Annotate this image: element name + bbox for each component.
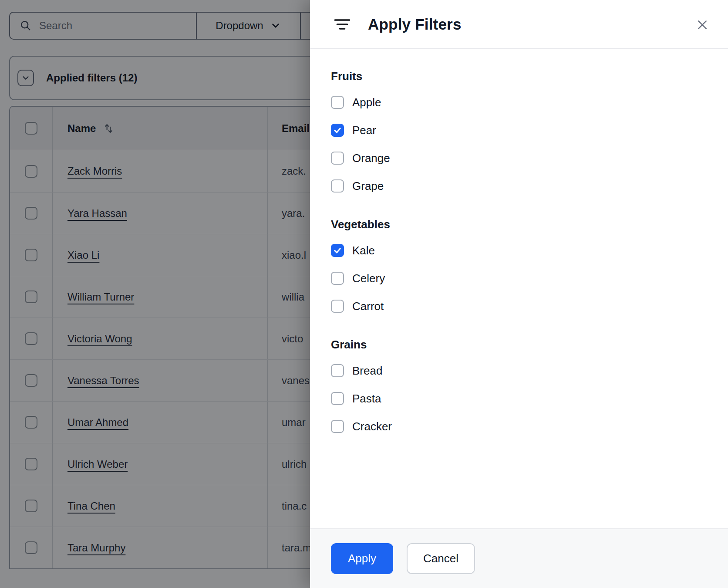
filter-option-row: Bread [331, 357, 707, 385]
filter-option-row: Pasta [331, 385, 707, 412]
filter-group-heading: Grains [331, 337, 707, 352]
checkbox-label[interactable]: Apple [352, 96, 381, 109]
filter-group-options: Bread Pasta Cracker [331, 357, 707, 440]
cancel-button[interactable]: Cancel [407, 543, 475, 574]
checkbox[interactable] [331, 420, 344, 433]
checkbox[interactable] [331, 124, 344, 137]
panel-header: Apply Filters [310, 0, 728, 49]
close-icon [695, 18, 709, 32]
checkbox[interactable] [331, 152, 344, 165]
filter-panel: Apply Filters Fruits Apple Pear [310, 0, 728, 588]
checkbox[interactable] [331, 364, 344, 377]
checkbox-label[interactable]: Celery [352, 272, 385, 285]
panel-footer: Apply Cancel [310, 528, 728, 588]
filter-group-heading: Fruits [331, 68, 707, 84]
checkbox[interactable] [331, 272, 344, 285]
checkbox-label[interactable]: Carrot [352, 300, 384, 313]
filter-groups: Fruits Apple Pear Orange [310, 49, 728, 528]
checkbox[interactable] [331, 392, 344, 405]
filter-group-options: Apple Pear Orange Grape [331, 88, 707, 200]
checkbox[interactable] [331, 300, 344, 313]
checkbox-label[interactable]: Orange [352, 152, 390, 165]
apply-button[interactable]: Apply [331, 543, 393, 574]
filter-group-options: Kale Celery Carrot [331, 237, 707, 320]
filter-option-row: Celery [331, 264, 707, 292]
checkbox-label[interactable]: Cracker [352, 420, 392, 433]
filter-icon [334, 19, 350, 30]
filter-option-row: Kale [331, 237, 707, 264]
filter-option-row: Grape [331, 172, 707, 200]
panel-title: Apply Filters [368, 16, 462, 33]
checkbox-label[interactable]: Pear [352, 124, 376, 137]
checkbox-label[interactable]: Kale [352, 244, 375, 257]
checkbox[interactable] [331, 244, 344, 257]
close-button[interactable] [695, 17, 710, 32]
checkbox-label[interactable]: Pasta [352, 392, 381, 406]
checkbox[interactable] [331, 96, 344, 109]
filter-option-row: Carrot [331, 292, 707, 320]
filter-option-row: Pear [331, 116, 707, 144]
checkbox[interactable] [331, 179, 344, 193]
filter-option-row: Cracker [331, 412, 707, 440]
filter-group: Fruits Apple Pear Orange [331, 68, 707, 200]
filter-option-row: Apple [331, 88, 707, 116]
filter-group: Vegetables Kale Celery Carrot [331, 216, 707, 320]
check-icon [333, 246, 342, 255]
filter-group: Grains Bread Pasta Cracker [331, 337, 707, 440]
checkbox-label[interactable]: Bread [352, 364, 382, 378]
filter-group-heading: Vegetables [331, 216, 707, 232]
check-icon [333, 126, 342, 135]
checkbox-label[interactable]: Grape [352, 179, 384, 193]
filter-option-row: Orange [331, 144, 707, 172]
